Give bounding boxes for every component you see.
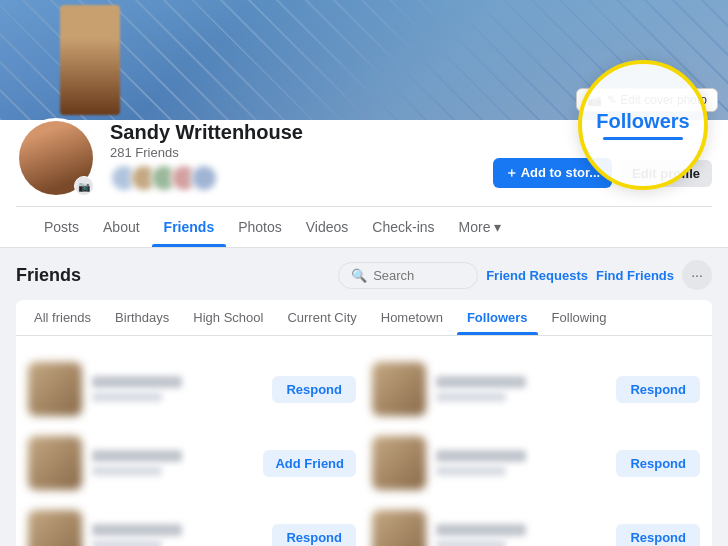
respond-button[interactable]: Respond [616,524,700,547]
respond-button[interactable]: Respond [272,524,356,547]
friend-info [436,450,606,476]
friend-meta [436,392,506,402]
friend-avatar [372,362,426,416]
tab-more[interactable]: More ▾ [447,207,514,247]
friends-header: Friends 🔍 Friend Requests Find Friends ·… [16,260,712,290]
friends-title: Friends [16,265,81,286]
search-box[interactable]: 🔍 [338,262,478,289]
find-friends-button[interactable]: Find Friends [596,268,674,283]
tab-photos[interactable]: Photos [226,207,294,247]
friend-info [436,376,606,402]
avatar-wrapper: 📷 [16,118,96,198]
friend-card: Respond [368,430,704,496]
friend-avatar [28,436,82,490]
friend-avatar [372,510,426,546]
avatar-camera-icon[interactable]: 📷 [74,176,94,196]
profile-name-area: Sandy Writtenhouse 281 Friends [110,120,493,198]
friend-name [436,524,526,536]
friend-name [436,376,526,388]
friend-name [436,450,526,462]
friend-info [436,524,606,546]
friend-meta [436,466,506,476]
filter-tab-highschool[interactable]: High School [183,300,273,335]
friend-name [92,450,182,462]
more-options-button[interactable]: ··· [682,260,712,290]
filter-tab-currentcity[interactable]: Current City [277,300,366,335]
friend-name [92,376,182,388]
friend-meta [92,540,162,546]
filter-tab-following[interactable]: Following [542,300,617,335]
tab-checkins[interactable]: Check-ins [360,207,446,247]
main-content: Friends 🔍 Friend Requests Find Friends ·… [0,248,728,546]
friend-avatar [28,362,82,416]
friend-card: Respond [24,356,360,422]
friend-meta [436,540,506,546]
filter-tab-all[interactable]: All friends [24,300,101,335]
friend-meta [92,466,162,476]
followers-highlight-underline [603,137,683,140]
friends-header-actions: 🔍 Friend Requests Find Friends ··· [338,260,712,290]
friend-card: Respond [368,356,704,422]
friend-avatar [372,436,426,490]
friend-requests-button[interactable]: Friend Requests [486,264,588,287]
search-input[interactable] [373,268,465,283]
friend-card: Respond [368,504,704,546]
friend-name [92,524,182,536]
followers-highlight-circle: Followers [578,60,708,190]
friend-card: Respond [24,504,360,546]
mini-avatar [190,164,218,192]
friend-meta [92,392,162,402]
filter-tabs: All friends Birthdays High School Curren… [16,300,712,336]
profile-friends-count: 281 Friends [110,145,493,160]
filter-tab-birthdays[interactable]: Birthdays [105,300,179,335]
nav-tabs: Posts About Friends Photos Videos Check-… [16,206,712,247]
tab-posts[interactable]: Posts [32,207,91,247]
friend-avatar [28,510,82,546]
tab-friends[interactable]: Friends [152,207,227,247]
friend-info [92,524,262,546]
respond-button[interactable]: Respond [616,376,700,403]
respond-button[interactable]: Respond [272,376,356,403]
friends-grid: Respond Respond [16,348,712,546]
friend-avatars-row [110,164,493,192]
tab-videos[interactable]: Videos [294,207,361,247]
respond-button[interactable]: Respond [616,450,700,477]
tab-about[interactable]: About [91,207,152,247]
friend-info [92,450,253,476]
filter-tab-followers[interactable]: Followers [457,300,538,335]
friend-card: Add Friend [24,430,360,496]
search-icon: 🔍 [351,268,367,283]
add-friend-button[interactable]: Add Friend [263,450,356,477]
friend-info [92,376,262,402]
profile-name: Sandy Writtenhouse [110,120,493,144]
friends-panel: All friends Birthdays High School Curren… [16,300,712,546]
filter-tab-hometown[interactable]: Hometown [371,300,453,335]
followers-highlight-label: Followers [596,110,689,133]
